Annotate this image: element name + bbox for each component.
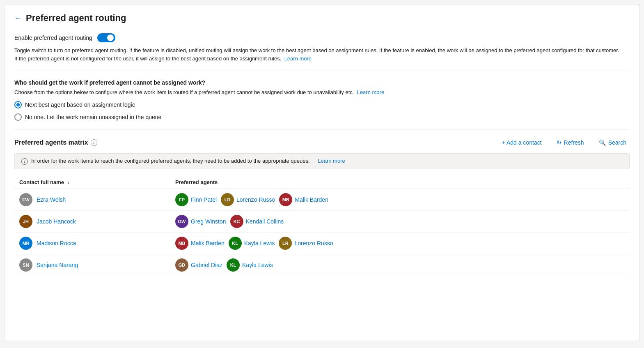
avatar-malik2: MB (175, 237, 188, 250)
toggle-section: Enable preferred agent routing Toggle sw… (14, 33, 630, 71)
agent-name-finn[interactable]: Finn Patel (191, 196, 217, 203)
page-header: ← Preferred agent routing (14, 13, 630, 23)
banner-text: In order for the work items to reach the… (31, 158, 310, 164)
avatar-lorenzo2: LR (279, 237, 292, 250)
agent-name-malik2[interactable]: Malik Barden (191, 240, 225, 247)
column-header-agents: Preferred agents (175, 179, 625, 185)
info-banner: i In order for the work items to reach t… (14, 153, 630, 169)
agent-entry: KC Kendall Collins (230, 215, 284, 228)
agent-name-lorenzo[interactable]: Lorenzo Russo (236, 196, 275, 203)
toggle-switch[interactable] (97, 33, 115, 42)
avatar-kayla: KL (229, 237, 242, 250)
agent-name-kayla[interactable]: Kayla Lewis (244, 240, 275, 247)
contact-name-ezra[interactable]: Ezra Welsh (37, 196, 66, 203)
search-label: Search (608, 139, 626, 146)
agent-entry: LR Lorenzo Russo (279, 237, 333, 250)
table-row: MR Madison Rocca MB Malik Barden KL Kayl… (14, 233, 630, 254)
avatar-kayla2: KL (227, 258, 240, 272)
contact-cell-jacob: JH Jacob Hancock (19, 215, 175, 228)
agent-name-kayla2[interactable]: Kayla Lewis (242, 262, 273, 268)
contact-cell-madison: MR Madison Rocca (19, 237, 175, 250)
radio-no-one[interactable]: No one. Let the work remain unassigned i… (14, 113, 630, 121)
agent-entry: GW Greg Winston (175, 215, 226, 228)
search-button[interactable]: 🔍 Search (596, 138, 630, 147)
matrix-title: Preferred agents matrix (14, 139, 88, 146)
add-contact-button[interactable]: + Add a contact (499, 138, 545, 147)
refresh-button[interactable]: ↻ Refresh (553, 138, 587, 147)
refresh-label: Refresh (564, 139, 584, 146)
matrix-section: Preferred agents matrix i + Add a contac… (14, 138, 630, 276)
agent-name-kendall[interactable]: Kendall Collins (246, 218, 284, 225)
avatar-gabriel: GD (175, 258, 188, 272)
add-contact-label: + Add a contact (502, 139, 542, 146)
radio-next-best[interactable]: Next best agent based on assignment logi… (14, 101, 630, 108)
agent-name-greg[interactable]: Greg Winston (191, 218, 226, 225)
avatar-sanjana: SN (19, 258, 32, 272)
refresh-icon: ↻ (557, 139, 561, 146)
sort-icon[interactable]: ↓ (67, 180, 70, 185)
radio-next-best-circle (14, 101, 22, 108)
search-icon: 🔍 (599, 139, 606, 146)
agent-entry: GD Gabriel Diaz (175, 258, 222, 272)
radio-next-best-label: Next best agent based on assignment logi… (25, 101, 135, 108)
matrix-header: Preferred agents matrix i + Add a contac… (14, 138, 630, 147)
avatar-malik: MB (279, 193, 292, 206)
agents-cell-sanjana: GD Gabriel Diaz KL Kayla Lewis (175, 258, 625, 272)
radio-no-one-circle (14, 113, 22, 121)
agent-entry: LR Lorenzo Russo (221, 193, 275, 206)
table-row: EW Ezra Welsh FP Finn Patel LR Lorenzo R… (14, 189, 630, 211)
agent-name-gabriel[interactable]: Gabriel Diaz (191, 262, 222, 268)
agent-name-malik[interactable]: Malik Barden (295, 196, 328, 203)
table-row: JH Jacob Hancock GW Greg Winston KC Kend… (14, 211, 630, 233)
fallback-learn-more-link[interactable]: Learn more (357, 89, 384, 95)
avatar-lorenzo: LR (221, 193, 234, 206)
toggle-row: Enable preferred agent routing (14, 33, 630, 42)
contact-cell-sanjana: SN Sanjana Narang (19, 258, 175, 272)
radio-no-one-label: No one. Let the work remain unassigned i… (25, 114, 161, 120)
contact-cell-ezra: EW Ezra Welsh (19, 193, 175, 206)
column-header-contact: Contact full name ↓ (19, 179, 175, 185)
avatar-finn: FP (175, 193, 188, 206)
toggle-learn-more-link[interactable]: Learn more (284, 55, 312, 62)
avatar-ezra: EW (19, 193, 32, 206)
fallback-section: Who should get the work if preferred age… (14, 79, 630, 129)
fallback-description: Choose from the options below to configu… (14, 89, 630, 95)
page-container: ← Preferred agent routing Enable preferr… (4, 4, 640, 341)
avatar-jacob: JH (19, 215, 32, 228)
avatar-madison: MR (19, 237, 32, 250)
agent-entry: KL Kayla Lewis (229, 237, 275, 250)
agents-cell-madison: MB Malik Barden KL Kayla Lewis LR Lorenz… (175, 237, 625, 250)
table-header: Contact full name ↓ Preferred agents (14, 176, 630, 189)
matrix-info-icon[interactable]: i (91, 139, 97, 146)
agent-entry: KL Kayla Lewis (227, 258, 273, 272)
matrix-actions: + Add a contact ↻ Refresh 🔍 Search (499, 138, 630, 147)
contact-name-jacob[interactable]: Jacob Hancock (37, 218, 76, 225)
toggle-knob (107, 35, 114, 41)
agent-entry: MB Malik Barden (279, 193, 328, 206)
page-title: Preferred agent routing (26, 13, 126, 23)
agent-name-lorenzo2[interactable]: Lorenzo Russo (294, 240, 333, 247)
avatar-kendall: KC (230, 215, 243, 228)
agents-cell-ezra: FP Finn Patel LR Lorenzo Russo MB Malik … (175, 193, 625, 206)
fallback-question: Who should get the work if preferred age… (14, 79, 630, 86)
contact-name-sanjana[interactable]: Sanjana Narang (37, 262, 78, 268)
table-row: SN Sanjana Narang GD Gabriel Diaz KL Kay… (14, 254, 630, 276)
agents-table: Contact full name ↓ Preferred agents EW … (14, 176, 630, 276)
agents-cell-jacob: GW Greg Winston KC Kendall Collins (175, 215, 625, 228)
toggle-label: Enable preferred agent routing (14, 35, 92, 41)
banner-info-icon: i (21, 158, 28, 165)
avatar-greg: GW (175, 215, 188, 228)
toggle-description: Toggle switch to turn on preferred agent… (14, 46, 622, 62)
matrix-title-row: Preferred agents matrix i (14, 139, 97, 146)
agent-entry: FP Finn Patel (175, 193, 217, 206)
agent-entry: MB Malik Barden (175, 237, 225, 250)
back-button[interactable]: ← (14, 14, 22, 23)
banner-learn-more-link[interactable]: Learn more (318, 158, 345, 164)
contact-name-madison[interactable]: Madison Rocca (37, 240, 76, 247)
radio-group: Next best agent based on assignment logi… (14, 101, 630, 121)
